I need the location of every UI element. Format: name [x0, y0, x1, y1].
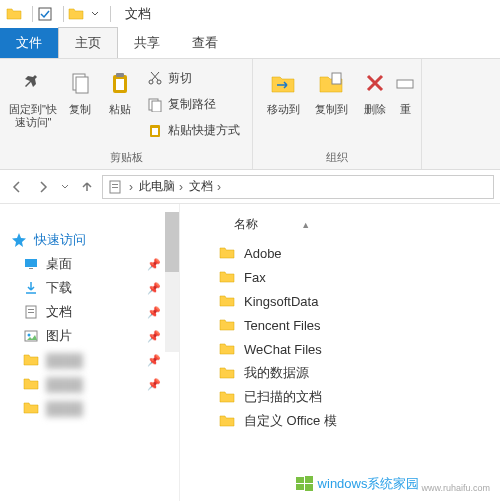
nav-desktop[interactable]: 桌面 📌: [4, 252, 179, 276]
watermark-sub: www.ruhaifu.com: [421, 483, 490, 493]
paste-label: 粘贴: [109, 103, 131, 116]
list-item[interactable]: Adobe: [188, 241, 500, 265]
sort-asc-icon: ▲: [301, 220, 310, 230]
rename-label: 重: [400, 103, 411, 116]
folder-icon: [218, 292, 236, 310]
nav-hidden-1[interactable]: ████📌: [4, 348, 179, 372]
ribbon: 固定到"快速访问" 复制 粘贴 剪切: [0, 58, 500, 170]
svg-point-23: [28, 334, 31, 337]
paste-button[interactable]: 粘贴: [100, 63, 140, 120]
nav-hidden-2[interactable]: ████📌: [4, 372, 179, 396]
rename-button[interactable]: 重: [395, 63, 415, 120]
copy-path-button[interactable]: 复制路径: [142, 93, 244, 115]
folder-icon: [218, 316, 236, 334]
list-item[interactable]: 我的数据源: [188, 361, 500, 385]
move-to-button[interactable]: 移动到: [259, 63, 307, 120]
pin-to-quick-access-button[interactable]: 固定到"快速访问": [6, 63, 60, 133]
item-label: 自定义 Office 模: [244, 412, 337, 430]
scrollbar-thumb[interactable]: [165, 212, 179, 272]
folder-icon: [218, 388, 236, 406]
nav-history-button[interactable]: [58, 176, 72, 198]
svg-rect-12: [332, 73, 341, 84]
folder-icon: [22, 351, 40, 369]
nav-forward-button[interactable]: [32, 176, 54, 198]
separator: [63, 6, 64, 22]
list-item[interactable]: Fax: [188, 265, 500, 289]
paste-shortcut-button[interactable]: 粘贴快捷方式: [142, 119, 244, 141]
folder-icon: [22, 375, 40, 393]
tab-file[interactable]: 文件: [0, 28, 58, 58]
copy-button[interactable]: 复制: [60, 63, 100, 120]
cut-button[interactable]: 剪切: [142, 67, 244, 89]
nav-quick-access[interactable]: 快速访问: [4, 228, 179, 252]
separator: [32, 6, 33, 22]
svg-rect-26: [296, 484, 304, 490]
item-label: Tencent Files: [244, 318, 321, 333]
svg-rect-11: [152, 128, 158, 135]
copy-to-button[interactable]: 复制到: [307, 63, 355, 120]
nav-pictures[interactable]: 图片 📌: [4, 324, 179, 348]
nav-up-button[interactable]: [76, 176, 98, 198]
crumb-docs[interactable]: 文档›: [189, 178, 225, 195]
move-to-label: 移动到: [267, 103, 300, 116]
folder-icon: [218, 268, 236, 286]
address-bar: › 此电脑› 文档›: [0, 170, 500, 204]
folder-icon: [218, 364, 236, 382]
list-item[interactable]: Tencent Files: [188, 313, 500, 337]
svg-rect-20: [28, 309, 34, 310]
svg-rect-13: [397, 80, 413, 88]
list-item[interactable]: 已扫描的文档: [188, 385, 500, 409]
crumb-root[interactable]: ›: [125, 180, 137, 194]
tab-share[interactable]: 共享: [118, 28, 176, 58]
svg-point-6: [149, 80, 153, 84]
watermark: windows系统家园 www.ruhaifu.com: [292, 473, 494, 495]
column-header-name[interactable]: 名称 ▲: [188, 212, 500, 241]
move-to-icon: [267, 67, 299, 99]
cut-label: 剪切: [168, 70, 192, 87]
title-bar: 文档: [0, 0, 500, 28]
item-label: 我的数据源: [244, 364, 309, 382]
item-label: WeChat Files: [244, 342, 322, 357]
ribbon-group-clipboard: 固定到"快速访问" 复制 粘贴 剪切: [0, 59, 253, 169]
copy-to-label: 复制到: [315, 103, 348, 116]
dropdown-icon[interactable]: [90, 6, 100, 22]
svg-rect-24: [296, 477, 304, 483]
item-label: KingsoftData: [244, 294, 318, 309]
star-icon: [10, 231, 28, 249]
crumb-pc[interactable]: 此电脑›: [139, 178, 187, 195]
breadcrumb[interactable]: › 此电脑› 文档›: [102, 175, 494, 199]
nav-hidden-3[interactable]: ████: [4, 396, 179, 420]
tab-home[interactable]: 主页: [58, 27, 118, 58]
crumb-docs-label: 文档: [189, 178, 213, 195]
clipboard-group-label: 剪贴板: [110, 150, 143, 167]
item-label: Adobe: [244, 246, 282, 261]
copy-label: 复制: [69, 103, 91, 116]
item-label: Fax: [244, 270, 266, 285]
svg-point-7: [157, 80, 161, 84]
clipboard-small-buttons: 剪切 复制路径 粘贴快捷方式: [140, 63, 246, 145]
list-item[interactable]: 自定义 Office 模: [188, 409, 500, 433]
nav-scrollbar[interactable]: [165, 212, 179, 352]
column-header-name-label: 名称: [234, 217, 258, 231]
copy-path-icon: [146, 95, 164, 113]
nav-documents[interactable]: 文档 📌: [4, 300, 179, 324]
svg-rect-9: [152, 101, 161, 112]
tab-view[interactable]: 查看: [176, 28, 234, 58]
svg-rect-5: [116, 79, 124, 90]
paste-shortcut-icon: [146, 121, 164, 139]
list-item[interactable]: WeChat Files: [188, 337, 500, 361]
nav-downloads[interactable]: 下载 📌: [4, 276, 179, 300]
crumb-pc-label: 此电脑: [139, 178, 175, 195]
delete-icon: [359, 67, 391, 99]
downloads-icon: [22, 279, 40, 297]
paste-icon: [104, 67, 136, 99]
ribbon-tabs: 文件 主页 共享 查看: [0, 28, 500, 58]
chevron-right-icon: ›: [217, 180, 221, 194]
navigation-pane: 快速访问 桌面 📌 下载 📌 文档 📌 图片 📌 ████📌 ████📌 ███…: [0, 204, 180, 501]
list-item[interactable]: KingsoftData: [188, 289, 500, 313]
folder-icon: [218, 340, 236, 358]
qat-checkbox-icon[interactable]: [37, 6, 53, 22]
blurred-text: ████: [46, 401, 83, 416]
nav-documents-label: 文档: [46, 303, 72, 321]
nav-back-button[interactable]: [6, 176, 28, 198]
